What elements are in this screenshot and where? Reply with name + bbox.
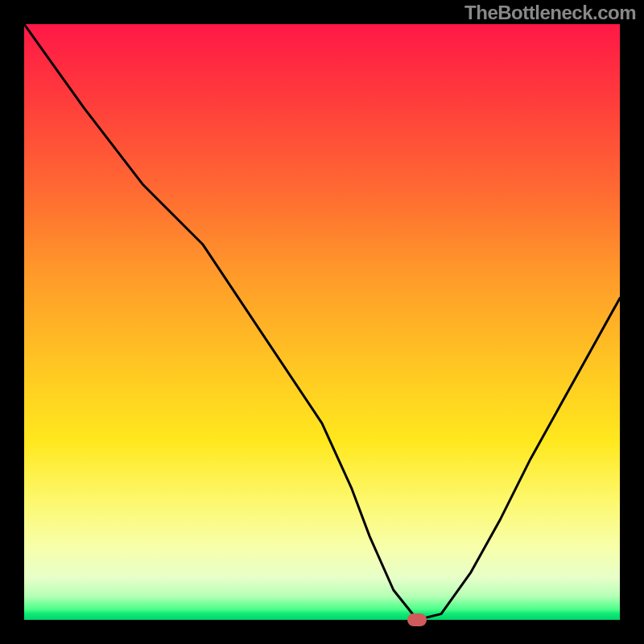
chart-container: TheBottleneck.com bbox=[0, 0, 644, 644]
bottleneck-curve bbox=[24, 24, 620, 620]
plot-area bbox=[24, 24, 620, 620]
optimal-point-marker bbox=[407, 613, 427, 626]
watermark-text: TheBottleneck.com bbox=[464, 2, 636, 24]
